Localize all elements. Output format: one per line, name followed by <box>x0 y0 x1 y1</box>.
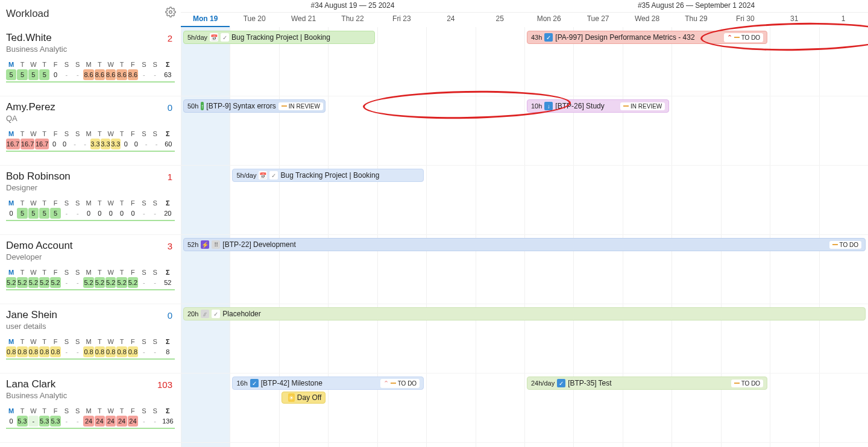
slash-icon: ⫽ <box>201 310 209 318</box>
day-header[interactable]: Wed 21 <box>279 12 328 27</box>
task-hours: 24h/day <box>531 380 555 387</box>
timeline: #34 August 19 — 25 2024#35 August 26 — S… <box>181 0 868 447</box>
check-icon: ✓ <box>269 171 278 180</box>
person-role: Designer <box>6 183 175 192</box>
status-badge: IN REVIEW <box>278 102 323 110</box>
day-header[interactable]: 24 <box>426 12 475 27</box>
person-name: Ted.White <box>6 32 175 44</box>
person-role: Business Analytic <box>6 45 175 54</box>
person-row[interactable]: Demo Account Developer 3 MTWTFSSMTWTFSSΣ… <box>0 235 181 304</box>
day-values: 5.25.25.25.25.2--5.25.25.25.25.2--52 <box>6 277 175 288</box>
day-header[interactable]: 25 <box>476 12 524 27</box>
task-hours: 5h/day <box>236 172 256 179</box>
timeline-lane: 5h/day📅✓Bug Tracking Project | Booking <box>181 166 868 235</box>
day-letters: MTWTFSSMTWTFSSΣ <box>6 199 175 207</box>
task-bar[interactable]: 52h⚡⠿[BTP-22] DevelopmentTO DO <box>183 238 866 251</box>
check-icon: ✓ <box>212 310 220 318</box>
status-badge: TO DO <box>731 380 763 387</box>
person-role: Business Analytic <box>6 391 175 400</box>
task-title: Bug Tracking Project | Booking <box>231 33 330 42</box>
day-letters: MTWTFSSMTWTFSSΣ <box>6 269 175 276</box>
task-hours: 43h <box>531 34 542 41</box>
count-badge: 103 <box>157 380 172 390</box>
person-name: Lana Clark <box>6 378 175 390</box>
status-badge: IN REVIEW <box>620 102 665 110</box>
task-hours: 16h <box>236 380 247 387</box>
svg-point-0 <box>169 11 172 14</box>
timeline-lane: 52h⚡⠿[BTP-22] DevelopmentTO DO <box>181 235 868 304</box>
sidebar: Workload Ted.White Business Analytic 2 M… <box>0 0 181 447</box>
person-row[interactable]: Amy.Perez QA 0 MTWTFSSMTWTFSSΣ 16.716.71… <box>0 96 181 166</box>
task-bar[interactable]: 5h/day📅✓Bug Tracking Project | Booking <box>183 31 375 44</box>
count-badge: 2 <box>168 33 172 43</box>
check-icon: ✓ <box>221 33 229 42</box>
task-title: [BTP-22] Development <box>222 240 295 249</box>
task-title: [PA-997] Design Performance Metrics - 43… <box>555 33 694 42</box>
day-letters: MTWTFSSMTWTFSSΣ <box>6 407 175 414</box>
count-badge: 3 <box>168 241 172 251</box>
status-badge: ⌃TO DO <box>380 379 420 388</box>
day-header[interactable]: Tue 20 <box>230 12 278 27</box>
person-role: Developer <box>6 252 175 261</box>
task-bar[interactable]: 5h/day📅✓Bug Tracking Project | Booking <box>232 169 424 182</box>
task-hours: 50h <box>187 102 198 110</box>
bluecheck-icon: ✓ <box>544 33 553 42</box>
person-name: Jane Shein <box>6 309 175 321</box>
person-name: Demo Account <box>6 240 175 252</box>
task-hours: 52h <box>187 241 198 248</box>
bluecheck-icon: ✓ <box>250 379 259 387</box>
person-role: QA <box>6 114 175 123</box>
person-row[interactable]: Bob Robinson Designer 1 MTWTFSSMTWTFSSΣ … <box>0 166 181 235</box>
day-values: 55550--8.68.68.68.68.6--63 <box>6 69 175 80</box>
cal-icon: 📅 <box>259 171 267 180</box>
task-hours: 20h <box>187 310 198 317</box>
day-values: 0.80.80.80.80.8--0.80.80.80.80.8--8 <box>6 346 175 357</box>
star-icon: ☀ <box>288 393 295 402</box>
count-badge: 1 <box>168 172 172 182</box>
cal-icon: 📅 <box>210 33 218 42</box>
task-bar[interactable]: 50h↑[BTP-9] Syntax errorsIN REVIEW <box>183 99 326 113</box>
day-letters: MTWTFSSMTWTFSSΣ <box>6 338 175 345</box>
sidebar-title: Workload <box>6 8 49 20</box>
timeline-lane: 16h✓[BTP-42] Milestone⌃TO DO☀Day Off24h/… <box>181 374 868 443</box>
week-label: #34 August 19 — 25 2024 <box>181 0 524 12</box>
day-header[interactable]: Thu 22 <box>328 12 377 27</box>
week-label: #35 August 26 — September 1 2024 <box>524 0 868 12</box>
status-badge: TO DO <box>829 241 861 249</box>
tree-icon: ⠿ <box>212 240 220 249</box>
task-title: [BTP-35] Test <box>568 379 611 387</box>
timeline-lane: 20h⫽✓Placeholder <box>181 304 868 374</box>
count-badge: 0 <box>168 310 172 320</box>
task-title: [BTP-9] Syntax errors <box>206 102 275 110</box>
task-bar[interactable]: 20h⫽✓Placeholder <box>183 307 866 320</box>
day-header[interactable]: Fri 23 <box>377 12 426 27</box>
person-row[interactable]: Jane Shein user details 0 MTWTFSSMTWTFSS… <box>0 304 181 374</box>
person-row[interactable]: Ted.White Business Analytic 2 MTWTFSSMTW… <box>0 27 181 96</box>
task-title: Bug Tracking Project | Booking <box>280 171 379 180</box>
task-bar[interactable]: 16h✓[BTP-42] Milestone⌃TO DO <box>232 377 424 390</box>
gear-icon[interactable] <box>165 7 176 20</box>
day-header[interactable]: Tue 27 <box>573 12 622 27</box>
day-header[interactable]: Mon 26 <box>524 12 573 27</box>
day-values: 16.716.716.700--3.33.33.300--60 <box>6 139 175 149</box>
day-header[interactable]: Thu 29 <box>671 12 720 27</box>
bluecheck-icon: ✓ <box>557 379 565 387</box>
uparrow-icon: ↑ <box>201 102 204 110</box>
day-header[interactable]: Mon 19 <box>181 12 230 27</box>
task-title: Placeholder <box>222 310 260 318</box>
task-title: Day Off <box>297 393 321 402</box>
person-role: user details <box>6 322 175 331</box>
day-header[interactable]: Wed 28 <box>623 12 671 27</box>
bolt-icon: ⚡ <box>201 240 209 249</box>
day-values: 05555--00000--20 <box>6 208 175 219</box>
person-name: Amy.Perez <box>6 101 175 113</box>
day-letters: MTWTFSSMTWTFSSΣ <box>6 61 175 68</box>
sidebar-header: Workload <box>0 0 181 27</box>
task-bar[interactable]: ☀Day Off <box>281 392 326 404</box>
task-bar[interactable]: 24h/day✓[BTP-35] TestTO DO <box>527 377 767 390</box>
task-title: [BTP-42] Milestone <box>261 379 322 387</box>
person-row[interactable]: Lana Clark Business Analytic 103 MTWTFSS… <box>0 374 181 443</box>
priority-icon: ⌃ <box>383 380 389 387</box>
day-letters: MTWTFSSMTWTFSSΣ <box>6 130 175 137</box>
day-values: 05.3-5.35.3--2424242424--136 <box>6 416 175 427</box>
